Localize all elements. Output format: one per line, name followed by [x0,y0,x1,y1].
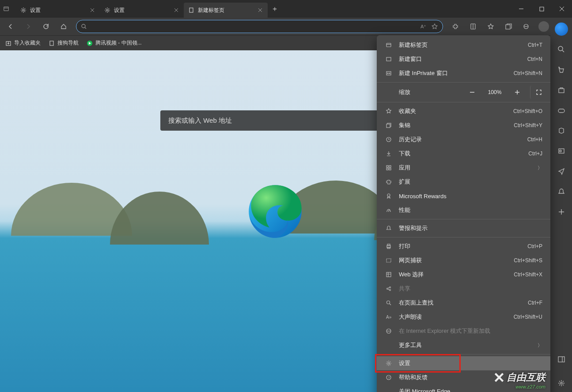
read-aloud-icon[interactable]: A⁺ [420,23,428,30]
sidebar-office-button[interactable] [553,122,570,139]
menu-item-label: 警报和提示 [399,224,542,232]
close-tab-icon[interactable] [174,8,178,12]
download-icon [385,151,393,157]
search-icon [81,23,87,30]
menu-item-在页面上查找[interactable]: 在页面上查找 Ctrl+F [377,296,550,310]
svg-rect-8 [189,8,193,12]
import-favorites-button[interactable]: 导入收藏夹 [5,39,41,47]
menu-item-集锦[interactable]: 集锦 Ctrl+Shift+Y [377,118,550,132]
menu-item-label: 集锦 [399,121,508,129]
minimize-button[interactable] [511,0,531,18]
menu-item-Microsoft-Rewards[interactable]: Microsoft Rewards [377,189,550,203]
menu-item-shortcut: Ctrl+P [527,243,542,249]
bookmark-item-1[interactable]: 腾讯视频 - 中国领... [87,39,142,47]
sidebar-shopping-button[interactable] [553,61,570,79]
avatar-icon [538,21,549,32]
sidebar-settings-button[interactable] [553,374,570,392]
menu-item-收藏夹[interactable]: 收藏夹 Ctrl+Shift+O [377,104,550,118]
menu-item-网页捕获[interactable]: 网页捕获 Ctrl+Shift+S [377,253,550,268]
close-window-button[interactable] [552,0,572,18]
address-bar[interactable]: A⁺ [76,20,443,33]
menu-item-大声朗读[interactable]: A» 大声朗读 Ctrl+Shift+U [377,310,550,324]
svg-point-55 [387,194,390,196]
menu-item-共享: 共享 [377,282,550,296]
tab-2[interactable]: 新建标签页 [184,3,268,18]
menu-item-label: 历史记录 [399,136,521,143]
sidebar-outlook-button[interactable] [553,142,570,160]
menu-item-历史记录[interactable]: 历史记录 Ctrl+H [377,132,550,147]
tab-0[interactable]: 设置 [16,3,100,18]
sidebar-tools-button[interactable] [553,81,570,99]
titlebar: 设置设置新建标签页 ＋ [0,0,572,18]
menu-item-Web-选择[interactable]: Web 选择 Ctrl+Shift+X [377,268,550,282]
help-icon: ? [385,374,393,381]
extensions-icon[interactable] [447,19,463,34]
bing-chat-button[interactable] [553,20,570,38]
zoom-value: 100% [483,89,506,95]
maximize-button[interactable] [531,0,552,18]
star-icon [385,108,393,114]
new-tab-button[interactable]: ＋ [268,2,282,16]
back-button[interactable] [3,19,19,34]
menu-item-下载[interactable]: 下载 Ctrl+J [377,147,550,161]
close-tab-icon[interactable] [90,8,95,12]
menu-separator [377,82,550,83]
ie-mode-icon[interactable] [518,19,534,34]
menu-item-label: 新建标签页 [399,41,522,49]
svg-point-2 [23,9,24,11]
video-icon [87,40,93,46]
menu-item-新建标签页[interactable]: 新建标签页 Ctrl+T [377,38,550,52]
menu-item-警报和提示[interactable]: 警报和提示 [377,221,550,235]
menu-item-新建-InPrivate-窗口[interactable]: 新建 InPrivate 窗口 Ctrl+Shift+N [377,66,550,80]
bookmark-item-0[interactable]: 搜狗导航 [49,39,79,47]
sidebar-notification-button[interactable] [553,183,570,200]
tab-actions-icon[interactable] [0,3,12,15]
menu-separator [377,219,550,219]
zoom-in-button[interactable] [509,86,526,99]
collections-icon[interactable] [500,19,516,34]
more-menu: 新建标签页 Ctrl+T 新建窗口 Ctrl+N 新建 InPrivate 窗口… [377,35,550,392]
rewards-icon [385,193,393,199]
zoom-out-button[interactable] [464,86,481,99]
sidebar-split-button[interactable] [553,351,570,368]
menu-item-label: 网页捕获 [399,256,508,264]
share-icon [385,286,393,292]
home-button[interactable] [56,19,72,34]
url-input[interactable] [91,23,417,30]
svg-rect-49 [386,124,390,128]
svg-point-68 [388,362,390,364]
menu-item-新建窗口[interactable]: 新建窗口 Ctrl+N [377,52,550,66]
ntp-search-box[interactable]: 搜索或输入 Web 地址 [160,110,390,131]
svg-rect-51 [386,166,388,167]
sidebar-add-button[interactable] [553,203,570,221]
read-mode-icon[interactable] [465,19,481,34]
fullscreen-button[interactable] [530,86,547,99]
import-favorites-label: 导入收藏夹 [14,39,41,47]
svg-text:?: ? [388,376,390,380]
close-tab-icon[interactable] [258,8,262,12]
menu-item-扩展[interactable]: 扩展 [377,175,550,189]
sidebar-search-button[interactable] [553,41,570,58]
sidebar-drop-button[interactable] [553,162,570,180]
svg-rect-12 [540,7,544,11]
menu-item-shortcut: Ctrl+T [528,42,542,48]
sidebar-games-button[interactable] [553,102,570,119]
performance-icon [385,207,393,213]
tab-1[interactable]: 设置 [100,3,184,18]
ntp-search-placeholder: 搜索或输入 Web 地址 [168,117,232,125]
watermark-sub: www.z27.com [515,384,545,389]
menu-item-更多工具[interactable]: 更多工具 〉 [377,338,550,352]
svg-line-16 [85,27,86,29]
favorite-star-icon[interactable] [431,23,438,30]
refresh-button[interactable] [38,19,54,34]
inprivate-icon [385,70,393,76]
menu-item-性能[interactable]: 性能 [377,203,550,217]
menu-item-设置[interactable]: 设置 [377,356,550,370]
svg-point-64 [387,301,390,304]
favorites-icon[interactable] [483,19,499,34]
svg-rect-20 [506,25,510,29]
menu-item-label: 更多工具 [399,341,531,349]
profile-button[interactable] [536,19,552,34]
menu-item-打印[interactable]: 打印 Ctrl+P [377,239,550,253]
menu-item-应用[interactable]: 应用 〉 [377,161,550,175]
